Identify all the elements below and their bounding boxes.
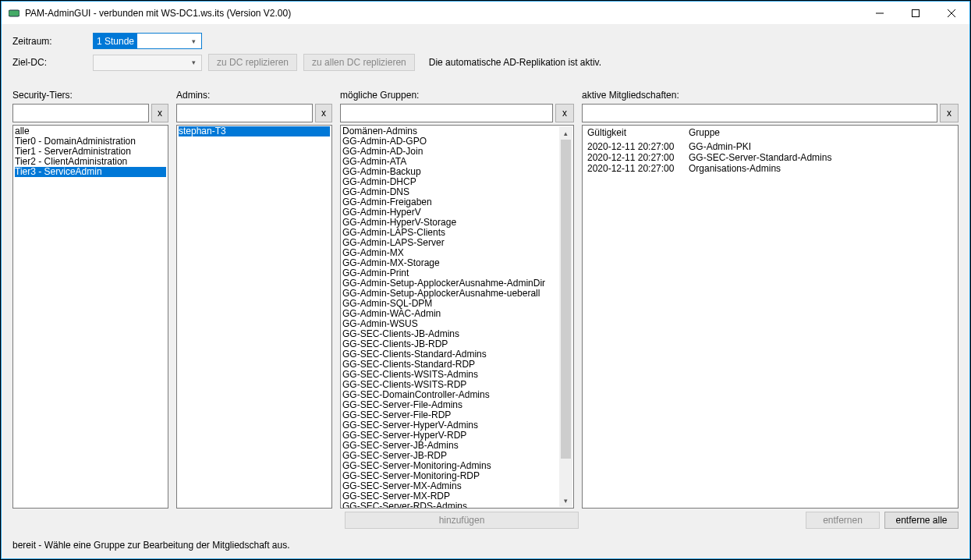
- admins-label: Admins:: [176, 90, 340, 101]
- membership-row[interactable]: 2020-12-11 20:27:00GG-SEC-Server-Standar…: [587, 152, 953, 163]
- main-window: PAM-AdminGUI - verbunden mit WS-DC1.ws.i…: [1, 1, 970, 559]
- minimize-button[interactable]: [862, 2, 898, 25]
- close-button[interactable]: [934, 2, 969, 25]
- window-title: PAM-AdminGUI - verbunden mit WS-DC1.ws.i…: [25, 8, 291, 19]
- zeitraum-label: Zeitraum:: [12, 36, 87, 47]
- svg-rect-2: [913, 9, 920, 16]
- add-button[interactable]: hinzufügen: [345, 512, 579, 529]
- group-header: Gruppe: [689, 127, 953, 138]
- tiers-filter-input[interactable]: [12, 104, 149, 122]
- admins-filter-input[interactable]: [176, 104, 313, 122]
- replicate-dc-button[interactable]: zu DC replizieren: [208, 54, 297, 71]
- client-area: Zeitraum: 1 Stunde ▾ Ziel-DC: ▾ zu DC re…: [2, 25, 969, 558]
- zieldc-combo[interactable]: ▾: [93, 55, 202, 71]
- remove-button[interactable]: entfernen: [806, 512, 880, 529]
- scroll-thumb[interactable]: [561, 140, 571, 459]
- chevron-down-icon: ▾: [188, 57, 200, 69]
- app-icon: [8, 7, 20, 19]
- chevron-down-icon: ▾: [188, 35, 200, 47]
- zieldc-label: Ziel-DC:: [12, 57, 87, 68]
- groups-label: mögliche Gruppen:: [340, 90, 582, 101]
- replicate-all-button[interactable]: zu allen DC replizieren: [303, 54, 415, 71]
- membership-row[interactable]: 2020-12-11 20:27:00GG-Admin-PKI: [587, 141, 953, 152]
- validity-header: Gültigkeit: [587, 127, 689, 138]
- groups-filter-clear-button[interactable]: x: [555, 104, 574, 122]
- status-bar: bereit - Wähle eine Gruppe zur Bearbeitu…: [12, 540, 959, 551]
- zeitraum-value: 1 Stunde: [94, 34, 137, 48]
- scroll-down-icon[interactable]: ▾: [559, 494, 572, 507]
- replication-message: Die automatische AD-Replikation ist akti…: [429, 57, 601, 68]
- memberships-listview[interactable]: Gültigkeit Gruppe 2020-12-11 20:27:00GG-…: [582, 125, 959, 509]
- groups-filter-input[interactable]: [340, 104, 553, 122]
- admins-listbox[interactable]: stephan-T3: [176, 125, 332, 509]
- list-item[interactable]: stephan-T3: [179, 126, 330, 136]
- membership-validity: 2020-12-11 20:27:00: [587, 141, 689, 152]
- memberships-filter-clear-button[interactable]: x: [940, 104, 959, 122]
- membership-group: GG-Admin-PKI: [689, 141, 953, 152]
- groups-listbox[interactable]: Domänen-AdminsGG-Admin-AD-GPOGG-Admin-AD…: [340, 125, 574, 509]
- maximize-button[interactable]: [898, 2, 934, 25]
- zeitraum-combo[interactable]: 1 Stunde ▾: [93, 33, 202, 49]
- membership-group: Organisations-Admins: [689, 163, 953, 174]
- list-item[interactable]: GG-SEC-Server-RDS-Admins: [342, 502, 559, 509]
- remove-all-button[interactable]: entferne alle: [884, 512, 959, 529]
- membership-validity: 2020-12-11 20:27:00: [587, 163, 689, 174]
- membership-row[interactable]: 2020-12-11 20:27:00Organisations-Admins: [587, 163, 953, 174]
- membership-validity: 2020-12-11 20:27:00: [587, 152, 689, 163]
- membership-group: GG-SEC-Server-Standard-Admins: [689, 152, 953, 163]
- titlebar: PAM-AdminGUI - verbunden mit WS-DC1.ws.i…: [2, 2, 969, 25]
- list-item[interactable]: Tier3 - ServiceAdmin: [15, 167, 166, 177]
- tiers-filter-clear-button[interactable]: x: [151, 104, 168, 122]
- scroll-up-icon[interactable]: ▴: [559, 126, 572, 140]
- memberships-label: aktive Mitgliedschaften:: [582, 90, 679, 101]
- svg-rect-0: [9, 10, 19, 16]
- tiers-listbox[interactable]: alleTier0 - DomainAdministrationTier1 - …: [12, 125, 168, 509]
- tiers-label: Security-Tiers:: [12, 90, 176, 101]
- admins-filter-clear-button[interactable]: x: [315, 104, 332, 122]
- memberships-filter-input[interactable]: [582, 104, 937, 122]
- groups-scrollbar[interactable]: ▴ ▾: [559, 126, 572, 507]
